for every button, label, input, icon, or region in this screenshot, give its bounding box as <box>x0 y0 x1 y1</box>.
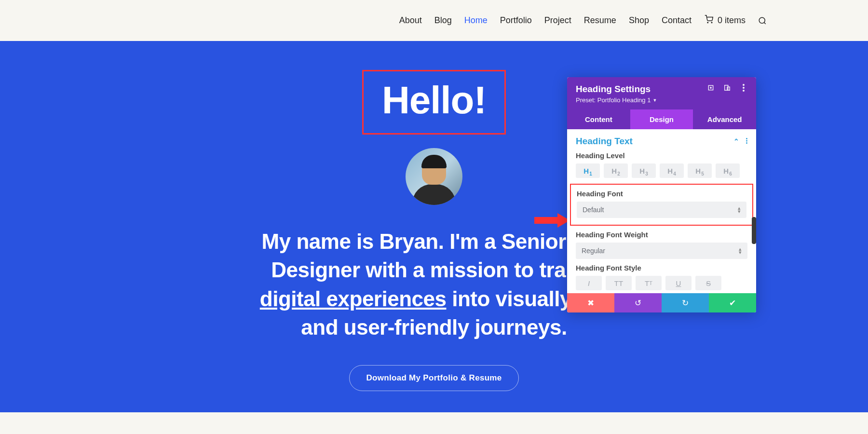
kebab-menu-icon[interactable] <box>740 84 747 92</box>
panel-redo-button[interactable]: ↻ <box>662 293 709 312</box>
style-uppercase-button[interactable]: TT <box>606 276 632 290</box>
nav-shop[interactable]: Shop <box>629 15 649 26</box>
panel-title: Heading Settings <box>576 84 657 95</box>
svg-point-14 <box>746 142 747 144</box>
tab-design[interactable]: Design <box>630 109 693 129</box>
nav-contact[interactable]: Contact <box>662 15 692 26</box>
search-icon[interactable] <box>758 16 767 25</box>
svg-point-9 <box>743 84 745 86</box>
tab-advanced[interactable]: Advanced <box>693 109 756 129</box>
hello-highlight-box: Hello! <box>362 70 506 135</box>
panel-footer: ✖ ↺ ↻ ✔ <box>567 293 756 312</box>
undo-icon: ↺ <box>635 298 641 308</box>
heading-level-buttons: H1 H2 H3 H4 H5 H6 <box>576 163 747 178</box>
panel-scrollbar-thumb[interactable] <box>752 217 756 244</box>
style-italic-button[interactable]: I <box>576 276 602 290</box>
heading-level-label: Heading Level <box>576 151 747 160</box>
download-portfolio-button[interactable]: Download My Portfolio & Resume <box>349 365 518 391</box>
section-heading-text[interactable]: Heading Text <box>576 136 633 147</box>
panel-save-button[interactable]: ✔ <box>709 293 756 312</box>
heading-font-weight-value: Regular <box>582 247 605 255</box>
chevron-down-icon: ▼ <box>652 98 657 103</box>
heading-font-value: Default <box>583 206 604 214</box>
close-icon: ✖ <box>587 298 594 308</box>
cart-link[interactable]: 0 items <box>704 15 746 26</box>
hello-heading[interactable]: Hello! <box>382 78 486 122</box>
heading-font-label: Heading Font <box>577 190 746 198</box>
nav-project[interactable]: Project <box>544 15 571 26</box>
heading-settings-panel: Heading Settings Preset: Portfolio Headi… <box>567 77 756 312</box>
font-style-buttons: I TT TT U S <box>576 276 747 290</box>
panel-body: Heading Text ⌃ Heading Level H1 H2 H3 H4… <box>567 129 756 293</box>
style-underline-button[interactable]: U <box>665 276 692 290</box>
section-kebab-icon[interactable] <box>746 137 747 146</box>
panel-undo-button[interactable]: ↺ <box>614 293 662 312</box>
heading-font-style-label: Heading Font Style <box>576 264 747 272</box>
svg-point-1 <box>711 22 712 23</box>
nav-blog[interactable]: Blog <box>434 15 452 26</box>
cart-icon <box>704 15 714 26</box>
collapse-chevron-icon[interactable]: ⌃ <box>733 137 739 145</box>
heading-font-highlight-box: Heading Font Default ▴▾ <box>570 184 753 226</box>
redo-icon: ↻ <box>682 298 689 308</box>
panel-header: Heading Settings Preset: Portfolio Headi… <box>567 77 756 109</box>
style-strikethrough-button[interactable]: S <box>695 276 721 290</box>
select-arrows-icon: ▴▾ <box>739 247 742 254</box>
cart-count-text: 0 items <box>718 15 746 26</box>
nav-about[interactable]: About <box>399 15 422 26</box>
heading-level-h1[interactable]: H1 <box>576 163 600 178</box>
nav-resume[interactable]: Resume <box>584 15 616 26</box>
select-arrows-icon: ▴▾ <box>738 206 741 213</box>
heading-font-select[interactable]: Default ▴▾ <box>577 202 746 218</box>
heading-font-weight-select[interactable]: Regular ▴▾ <box>576 243 747 259</box>
expand-icon[interactable] <box>707 84 715 92</box>
tab-content[interactable]: Content <box>567 109 630 129</box>
svg-point-10 <box>743 87 745 89</box>
nav-home[interactable]: Home <box>464 15 488 26</box>
avatar <box>406 148 462 205</box>
heading-level-h5[interactable]: H5 <box>688 163 712 178</box>
heading-level-h2[interactable]: H2 <box>604 163 628 178</box>
panel-close-button[interactable]: ✖ <box>567 293 614 312</box>
svg-point-2 <box>759 17 765 23</box>
responsive-icon[interactable] <box>723 84 731 92</box>
heading-level-h4[interactable]: H4 <box>660 163 684 178</box>
svg-point-0 <box>707 22 708 23</box>
panel-preset[interactable]: Preset: Portfolio Heading 1 ▼ <box>576 96 657 104</box>
svg-point-6 <box>710 87 711 88</box>
check-icon: ✔ <box>729 298 736 308</box>
bio-text: My name is Bryan. I'm a Senior Pro Desig… <box>260 227 608 342</box>
style-smallcaps-button[interactable]: TT <box>636 276 662 290</box>
svg-rect-8 <box>727 87 730 90</box>
heading-font-weight-label: Heading Font Weight <box>576 231 747 239</box>
svg-point-13 <box>746 140 747 141</box>
svg-point-12 <box>746 138 747 139</box>
panel-tabs: Content Design Advanced <box>567 109 756 129</box>
top-navigation: About Blog Home Portfolio Project Resume… <box>0 0 868 41</box>
heading-level-h6[interactable]: H6 <box>716 163 740 178</box>
heading-level-h3[interactable]: H3 <box>632 163 656 178</box>
svg-line-3 <box>764 22 765 24</box>
nav-portfolio[interactable]: Portfolio <box>500 15 532 26</box>
svg-point-11 <box>743 90 745 92</box>
